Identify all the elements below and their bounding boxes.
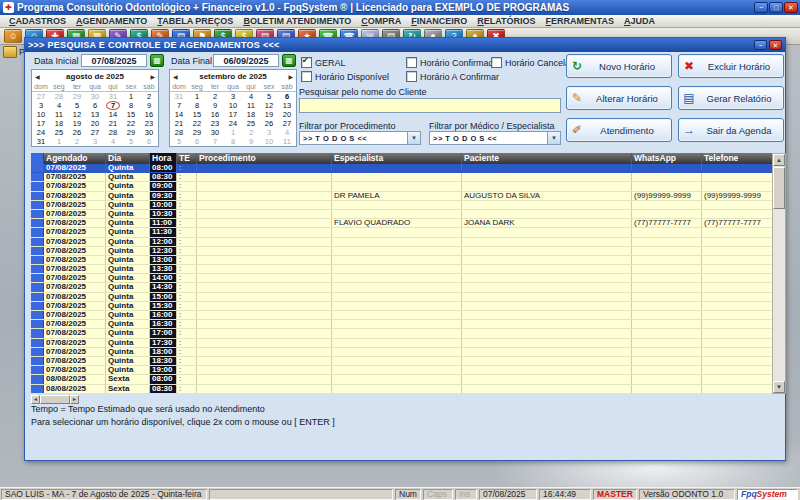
calendar-day[interactable]: 1 [188,92,206,101]
calendar-prev-icon[interactable]: ◀ [173,73,178,80]
calendar-day[interactable]: 8 [122,101,140,110]
column-header-agendado[interactable]: Agendado [44,153,106,164]
column-header-paciente[interactable]: Paciente [462,153,632,164]
schedule-row[interactable]: 07/08/2025Quinta13:00: [31,256,772,265]
calendar-day[interactable]: 25 [242,119,260,128]
schedule-row[interactable]: 07/08/2025Quinta16:30: [31,320,772,329]
schedule-row[interactable]: 07/08/2025Quinta09:00: [31,182,772,191]
calendar-day[interactable]: 28 [104,128,122,137]
schedule-row[interactable]: 07/08/2025Quinta15:30: [31,302,772,311]
calendar-day[interactable]: 31 [32,137,50,146]
novo-horario-button[interactable]: ↻ Novo Horário [566,54,672,78]
scroll-left-icon[interactable]: ◄ [31,395,40,404]
calendar-day[interactable]: 13 [278,101,296,110]
calendar-day[interactable]: 2 [206,92,224,101]
filter-procedure-select[interactable]: >> T O D O S << ▼ [299,131,421,145]
schedule-row[interactable]: 07/08/2025Quinta18:30: [31,357,772,366]
calendar-day[interactable]: 19 [260,110,278,119]
calendar-day[interactable]: 11 [242,101,260,110]
calendar-day[interactable]: 31 [170,92,188,101]
calendar-day[interactable]: 5 [170,137,188,146]
schedule-row[interactable]: 07/08/2025Quinta08:00: [31,164,772,173]
sair-da-agenda-button[interactable]: → Sair da Agenda [678,118,784,142]
calendar-day[interactable]: 18 [242,110,260,119]
date-end-picker-button[interactable]: ▦ [282,54,296,67]
calendar-day[interactable]: 3 [260,128,278,137]
checkbox-horario-a-confirmar[interactable]: Horário A Confirmar [406,71,499,82]
schedule-row[interactable]: 07/08/2025Quinta08:30: [31,173,772,182]
dialog-minimize-button[interactable]: − [754,40,767,50]
calendar-day[interactable]: 8 [224,137,242,146]
calendar-day[interactable]: 27 [32,92,50,101]
calendar-day[interactable]: 6 [86,101,104,110]
gerar-relatorio-button[interactable]: ▤ Gerar Relatório [678,86,784,110]
atendimento-button[interactable]: ✐ Atendimento [566,118,672,142]
alterar-horario-button[interactable]: ✎ Alterar Horário [566,86,672,110]
calendar-next-icon[interactable]: ▶ [150,73,155,80]
calendar-day[interactable]: 27 [86,128,104,137]
calendar-day[interactable]: 8 [188,101,206,110]
calendar-day[interactable]: 30 [140,128,158,137]
calendar-day[interactable]: 5 [68,101,86,110]
menu-item-agendamento[interactable]: AGENDAMENTO [71,16,152,26]
scrollbar-thumb[interactable] [773,167,785,209]
menu-item-relat-rios[interactable]: RELATÓRIOS [472,16,540,26]
calendar-next-icon[interactable]: ▶ [288,73,293,80]
calendar-day[interactable]: 11 [50,110,68,119]
calendar-day[interactable]: 20 [86,119,104,128]
column-header-hora[interactable]: Hora [150,153,177,164]
menu-item-tabela-pre-os[interactable]: TABELA PREÇOS [152,16,238,26]
calendar-day[interactable]: 30 [206,128,224,137]
calendar-day[interactable]: 26 [68,128,86,137]
schedule-row[interactable]: 07/08/2025Quinta12:30: [31,247,772,256]
calendar-day[interactable]: 22 [188,119,206,128]
schedule-row[interactable]: 07/08/2025Quinta18:00: [31,348,772,357]
calendar-day[interactable]: 5 [122,137,140,146]
calendar-day[interactable]: 23 [140,119,158,128]
dialog-close-button[interactable]: ✕ [769,40,782,50]
calendar-day[interactable]: 3 [86,137,104,146]
column-header-whatsapp[interactable]: WhatsApp [632,153,702,164]
calendar-day[interactable]: 7 [170,101,188,110]
menu-item-financeiro[interactable]: FINANCEIRO [406,16,472,26]
schedule-row[interactable]: 08/08/2025Sexta08:00: [31,375,772,384]
calendar-day[interactable]: 16 [206,110,224,119]
calendar-day[interactable]: 6 [278,92,296,101]
filter-specialist-select[interactable]: >> T O D O S << ▼ [429,131,561,145]
calendar-day[interactable]: 29 [122,128,140,137]
calendar-day[interactable]: 21 [104,119,122,128]
menu-item-cadastros[interactable]: CADASTROS [4,16,71,26]
calendar-day[interactable]: 25 [50,128,68,137]
calendar-day[interactable]: 10 [260,137,278,146]
calendar-day[interactable]: 22 [122,119,140,128]
column-header-te[interactable]: TE [177,153,197,164]
scroll-up-icon[interactable]: ▲ [773,154,785,166]
column-header-procedimento[interactable]: Procedimento [197,153,332,164]
calendar-day[interactable]: 17 [224,110,242,119]
calendar-day[interactable]: 24 [224,119,242,128]
calendar-day[interactable]: 4 [278,128,296,137]
schedule-row[interactable]: 07/08/2025Quinta13:30: [31,265,772,274]
calendar-day[interactable]: 6 [140,137,158,146]
calendar-day[interactable]: 14 [170,110,188,119]
calendar-day[interactable]: 15 [188,110,206,119]
new-patient-icon[interactable]: ☺ [4,29,22,43]
schedule-row[interactable]: 07/08/2025Quinta14:00: [31,274,772,283]
column-header-especialista[interactable]: Especialista [332,153,462,164]
schedule-row[interactable]: 07/08/2025Quinta15:00: [31,293,772,302]
calendar-day[interactable]: 9 [242,137,260,146]
column-header-telefone[interactable]: Telefone [702,153,772,164]
calendar-day[interactable]: 26 [260,119,278,128]
calendar-day[interactable]: 1 [50,137,68,146]
calendar-day[interactable]: 9 [206,101,224,110]
checkbox-geral[interactable]: GERAL [301,57,346,68]
calendar-day[interactable]: 3 [32,101,50,110]
checkbox-horario-confirmado[interactable]: Horário Confirmado [406,57,499,68]
date-start-picker-button[interactable]: ▦ [150,54,164,67]
calendar-day[interactable]: 14 [104,110,122,119]
calendar-day[interactable]: 10 [224,101,242,110]
menu-item-boletim-atendimento[interactable]: BOLETIM ATENDIMENTO [238,16,356,26]
checkbox-horario-disponivel[interactable]: Horário Disponível [301,71,389,82]
calendar-day[interactable]: 4 [104,137,122,146]
calendar-day[interactable]: 13 [86,110,104,119]
